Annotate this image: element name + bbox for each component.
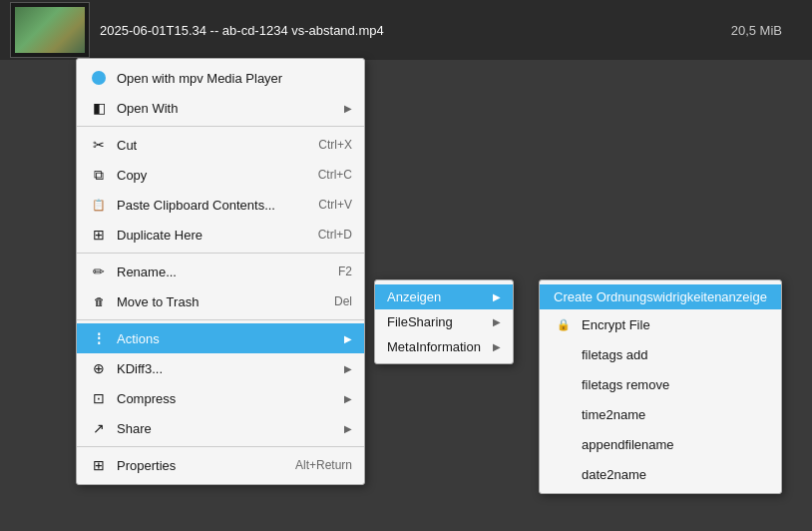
share-icon (89, 418, 109, 438)
submenu-label-appendfilename: appendfilename (582, 437, 767, 452)
header-bar: 2025-06-01T15.34 -- ab-cd-1234 vs-abstan… (0, 0, 812, 60)
compress-arrow: ▶ (344, 393, 352, 404)
properties-icon (89, 455, 109, 475)
filetags-remove-icon (554, 374, 574, 394)
menu-item-cut[interactable]: Cut Ctrl+X (77, 130, 364, 160)
metainformation-arrow: ▶ (493, 341, 501, 352)
menu-label-cut: Cut (117, 138, 298, 153)
menu-item-paste[interactable]: Paste Clipboard Contents... Ctrl+V (77, 190, 364, 220)
submenu-item-create-ordnung[interactable]: Create Ordnungswidrigkeitenanzeige (540, 284, 781, 309)
submenu-label-filetags-add: filetags add (582, 347, 767, 362)
submenu-item-date2name[interactable]: date2name (540, 459, 781, 489)
submenu-item-encrypt-file[interactable]: Encrypt File (540, 309, 781, 339)
date2name-icon (554, 464, 574, 484)
open-mpv-icon (89, 68, 109, 88)
submenu-item-time2name[interactable]: time2name (540, 399, 781, 429)
kdiff-icon (89, 358, 109, 378)
separator-3 (77, 319, 364, 320)
submenu-item-appendfilename[interactable]: appendfilename (540, 429, 781, 459)
submenu-item-anzeigen[interactable]: Anzeigen ▶ (375, 284, 513, 309)
duplicate-shortcut: Ctrl+D (318, 228, 352, 242)
duplicate-icon (89, 225, 109, 245)
menu-item-actions[interactable]: Actions ▶ (77, 323, 364, 353)
trash-icon (89, 291, 109, 311)
rename-icon (89, 262, 109, 281)
submenu-label-filetags-remove: filetags remove (582, 377, 767, 392)
actions-icon (89, 328, 109, 348)
time2name-icon (554, 404, 574, 424)
submenu-item-filetags-add[interactable]: filetags add (540, 339, 781, 369)
menu-item-kdiff[interactable]: KDiff3... ▶ (77, 353, 364, 383)
menu-item-duplicate[interactable]: Duplicate Here Ctrl+D (77, 220, 364, 250)
open-with-arrow: ▶ (344, 103, 352, 114)
share-arrow: ▶ (344, 423, 352, 434)
menu-item-share[interactable]: Share ▶ (77, 413, 364, 443)
menu-label-share: Share (117, 421, 344, 436)
menu-label-compress: Compress (117, 391, 344, 406)
submenu-label-anzeigen: Anzeigen (387, 289, 493, 304)
menu-label-properties: Properties (117, 458, 275, 473)
filetags-add-icon (554, 344, 574, 364)
anzeigen-arrow: ▶ (493, 291, 501, 302)
submenu-item-metainformation[interactable]: MetaInformation ▶ (375, 334, 513, 359)
submenu-anzeigen: Create Ordnungswidrigkeitenanzeige Encry… (539, 279, 782, 494)
submenu-label-metainformation: MetaInformation (387, 339, 493, 354)
menu-label-actions: Actions (117, 331, 344, 346)
menu-label-copy: Copy (117, 168, 298, 183)
main-context-menu: Open with mpv Media Player ◧ Open With ▶… (76, 58, 365, 485)
menu-item-rename[interactable]: Rename... F2 (77, 257, 364, 286)
copy-icon (89, 165, 109, 185)
menu-item-open-mpv[interactable]: Open with mpv Media Player (77, 63, 364, 93)
menu-item-properties[interactable]: Properties Alt+Return (77, 450, 364, 480)
menu-item-trash[interactable]: Move to Trash Del (77, 286, 364, 316)
submenu-actions: Anzeigen ▶ FileSharing ▶ MetaInformation… (374, 279, 514, 364)
trash-shortcut: Del (334, 294, 352, 308)
paste-icon (89, 195, 109, 215)
submenu-label-filesharing: FileSharing (387, 314, 493, 329)
menu-label-open-mpv: Open with mpv Media Player (117, 71, 352, 86)
filesharing-arrow: ▶ (493, 316, 501, 327)
file-thumbnail (10, 2, 90, 58)
file-size: 20,5 MiB (731, 23, 782, 38)
appendfilename-icon (554, 434, 574, 454)
submenu-label-date2name: date2name (582, 467, 767, 482)
menu-label-paste: Paste Clipboard Contents... (117, 198, 298, 213)
menu-label-kdiff: KDiff3... (117, 361, 344, 376)
file-name: 2025-06-01T15.34 -- ab-cd-1234 vs-abstan… (100, 23, 731, 38)
submenu-label-time2name: time2name (582, 407, 767, 422)
menu-item-compress[interactable]: Compress ▶ (77, 383, 364, 413)
paste-shortcut: Ctrl+V (318, 198, 352, 212)
copy-shortcut: Ctrl+C (318, 168, 352, 182)
actions-arrow: ▶ (344, 333, 352, 344)
separator-4 (77, 446, 364, 447)
submenu-item-filetags-remove[interactable]: filetags remove (540, 369, 781, 399)
separator-2 (77, 253, 364, 254)
submenu-label-create-ordnung: Create Ordnungswidrigkeitenanzeige (554, 289, 767, 304)
submenu-label-encrypt-file: Encrypt File (582, 317, 767, 332)
encrypt-icon (554, 314, 574, 334)
menu-label-open-with: Open With (117, 101, 344, 116)
cut-shortcut: Ctrl+X (318, 138, 352, 152)
menu-label-duplicate: Duplicate Here (117, 228, 298, 243)
kdiff-arrow: ▶ (344, 363, 352, 374)
open-with-icon: ◧ (89, 98, 109, 118)
cut-icon (89, 135, 109, 155)
rename-shortcut: F2 (338, 265, 352, 278)
compress-icon (89, 388, 109, 408)
properties-shortcut: Alt+Return (295, 458, 352, 472)
menu-label-rename: Rename... (117, 265, 318, 279)
menu-item-copy[interactable]: Copy Ctrl+C (77, 160, 364, 190)
menu-item-open-with[interactable]: ◧ Open With ▶ (77, 93, 364, 123)
separator-1 (77, 126, 364, 127)
menu-label-trash: Move to Trash (117, 294, 314, 309)
submenu-item-filesharing[interactable]: FileSharing ▶ (375, 309, 513, 334)
